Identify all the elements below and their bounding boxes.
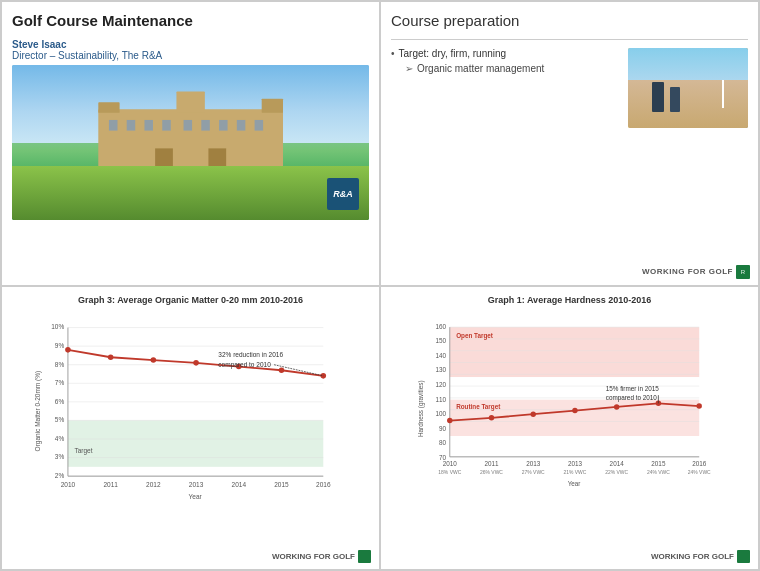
author-name: Steve Isaac (12, 39, 369, 50)
svg-text:2016: 2016 (316, 481, 331, 488)
organic-matter-chart: Organic Matter 0-20mm (%) Target (10, 309, 371, 504)
golfer-figure-1 (652, 82, 664, 112)
svg-rect-11 (237, 120, 246, 131)
svg-text:15% firmer in 2015: 15% firmer in 2015 (606, 384, 660, 391)
text-content: • Target: dry, firm, running ➢ Organic m… (391, 48, 618, 128)
svg-point-44 (65, 347, 71, 353)
golfers-sand (628, 80, 748, 128)
svg-text:Year: Year (568, 479, 581, 486)
svg-rect-4 (109, 120, 118, 131)
svg-text:2013: 2013 (189, 481, 204, 488)
content-area: • Target: dry, firm, running ➢ Organic m… (391, 48, 748, 128)
golfers-image (628, 48, 748, 128)
wfg-logo-tr: R (736, 265, 750, 279)
svg-text:2013: 2013 (526, 459, 541, 466)
svg-text:160: 160 (436, 322, 447, 329)
sub-bullet-1: ➢ Organic matter management (405, 63, 618, 74)
svg-text:6%: 6% (55, 397, 65, 404)
svg-text:2015: 2015 (651, 459, 666, 466)
bullet-text-1: Target: dry, firm, running (399, 48, 507, 59)
svg-text:compared to 2010: compared to 2010 (218, 360, 271, 368)
svg-text:24% VWC: 24% VWC (688, 469, 711, 475)
svg-text:90: 90 (439, 424, 447, 431)
randa-label: R&A (333, 189, 353, 199)
svg-text:21% VWC: 21% VWC (563, 469, 586, 475)
chart-br-container: Hardness (gravities) (389, 309, 750, 504)
svg-rect-3 (262, 99, 283, 113)
svg-text:2015: 2015 (274, 481, 289, 488)
svg-text:2%: 2% (55, 472, 65, 479)
wfg-footer-bl: WORKING FOR GOLF (272, 550, 371, 563)
svg-text:18% VWC: 18% VWC (438, 469, 461, 475)
svg-text:Year: Year (189, 493, 203, 500)
svg-text:4%: 4% (55, 434, 65, 441)
course-prep-title: Course preparation (391, 12, 748, 29)
svg-text:26% VWC: 26% VWC (480, 469, 503, 475)
svg-rect-8 (183, 120, 192, 131)
svg-rect-1 (98, 102, 119, 113)
svg-point-94 (489, 415, 494, 420)
svg-rect-12 (254, 120, 263, 131)
panel-bottom-right: Graph 1: Average Hardness 2010-2016 Hard… (380, 286, 759, 571)
golfers-sky (628, 48, 748, 84)
hardness-chart: Hardness (gravities) (389, 309, 750, 504)
svg-text:2011: 2011 (103, 481, 118, 488)
main-title: Golf Course Maintenance (12, 12, 369, 29)
chart-bl-title: Graph 3: Average Organic Matter 0-20 mm … (10, 295, 371, 305)
svg-point-47 (193, 360, 199, 366)
building-svg (30, 88, 351, 173)
y-axis-label-bl: Organic Matter 0-20mm (%) (34, 370, 42, 451)
svg-text:150: 150 (436, 337, 447, 344)
svg-point-96 (572, 407, 577, 412)
wfg-footer-text-bl: WORKING FOR GOLF (272, 552, 355, 561)
svg-text:compared to 2010: compared to 2010 (606, 393, 657, 401)
svg-point-97 (614, 404, 619, 409)
svg-text:2010: 2010 (443, 459, 458, 466)
svg-rect-0 (98, 110, 283, 170)
svg-text:7%: 7% (55, 379, 65, 386)
wfg-footer-logo-br (737, 550, 750, 563)
author-role: Director – Sustainability, The R&A (12, 50, 369, 61)
golf-course-image: R&A (12, 65, 369, 220)
svg-point-95 (531, 411, 536, 416)
svg-rect-10 (219, 120, 228, 131)
svg-text:2012: 2012 (146, 481, 161, 488)
svg-text:3%: 3% (55, 453, 65, 460)
svg-rect-6 (144, 120, 153, 131)
svg-text:5%: 5% (55, 416, 65, 423)
svg-text:24% VWC: 24% VWC (647, 469, 670, 475)
svg-text:2014: 2014 (232, 481, 247, 488)
wfg-footer-br: WORKING FOR GOLF (651, 550, 750, 563)
svg-rect-9 (201, 120, 210, 131)
flag-pole (722, 80, 724, 108)
golfer-figure-2 (670, 87, 680, 112)
svg-rect-5 (127, 120, 136, 131)
svg-text:100: 100 (436, 410, 447, 417)
separator-line (391, 39, 748, 40)
svg-text:2016: 2016 (692, 459, 707, 466)
sub-arrow-1: ➢ (405, 63, 413, 74)
wfg-footer-text-br: WORKING FOR GOLF (651, 552, 734, 561)
panel-bottom-left: Graph 3: Average Organic Matter 0-20 mm … (1, 286, 380, 571)
svg-text:8%: 8% (55, 360, 65, 367)
svg-text:2014: 2014 (610, 459, 625, 466)
routine-target-label: Routine Target (456, 402, 501, 410)
sub-text-1: Organic matter management (417, 63, 544, 74)
wfg-footer-logo-bl (358, 550, 371, 563)
wfg-label-tr: WORKING FOR GOLF (642, 267, 733, 276)
svg-point-45 (108, 354, 114, 360)
bullet-dot-1: • (391, 48, 395, 59)
svg-text:130: 130 (436, 366, 447, 373)
svg-rect-15 (68, 420, 323, 466)
svg-point-99 (696, 403, 701, 408)
bullet-1: • Target: dry, firm, running (391, 48, 618, 59)
panel-top-right: Course preparation • Target: dry, firm, … (380, 1, 759, 286)
chart-br-title: Graph 1: Average Hardness 2010-2016 (389, 295, 750, 305)
svg-text:2013: 2013 (568, 459, 583, 466)
chart-bl-container: Organic Matter 0-20mm (%) Target (10, 309, 371, 504)
svg-rect-2 (176, 92, 204, 113)
svg-rect-7 (162, 120, 171, 131)
svg-text:10%: 10% (51, 323, 64, 330)
wfg-badge-tr: WORKING FOR GOLF R (642, 265, 750, 279)
svg-text:27% VWC: 27% VWC (522, 469, 545, 475)
